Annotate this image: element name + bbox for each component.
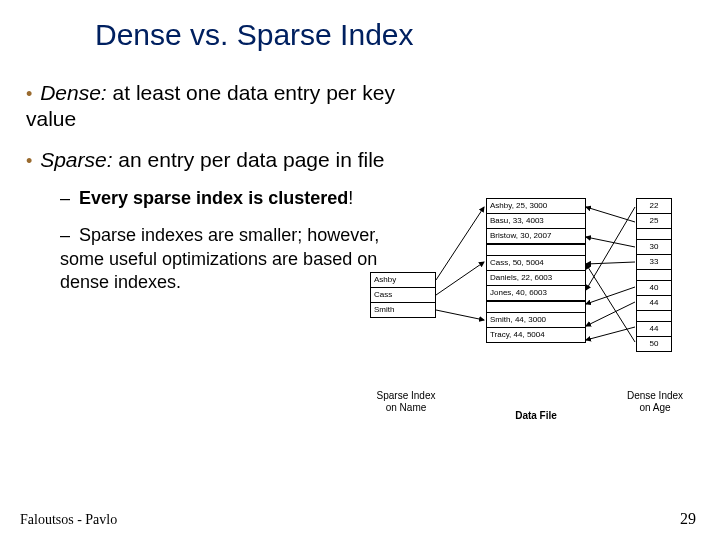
list-item: Ashby bbox=[371, 273, 435, 288]
svg-line-1 bbox=[436, 262, 484, 295]
bullet-list: • Dense: at least one data entry per key… bbox=[26, 80, 406, 294]
dense-label: Dense Index on Age bbox=[620, 390, 690, 414]
page-gap bbox=[487, 244, 585, 256]
bullet-dot-icon: • bbox=[26, 84, 32, 104]
list-item: Cass, 50, 5004 bbox=[487, 256, 585, 271]
dash-icon: – bbox=[60, 188, 70, 208]
sparse-term: Sparse: bbox=[40, 148, 112, 171]
page-number: 29 bbox=[680, 510, 696, 528]
list-item: Basu, 33, 4003 bbox=[487, 214, 585, 229]
sub-bullet-2: – Sparse indexes are smaller; however, s… bbox=[60, 224, 406, 294]
dense-term: Dense: bbox=[40, 81, 107, 104]
svg-line-4 bbox=[586, 207, 635, 222]
dense-index-box: 22 25 30 33 40 44 44 50 bbox=[636, 198, 672, 352]
list-item: 40 bbox=[637, 281, 671, 296]
svg-line-2 bbox=[436, 310, 484, 320]
list-item: Smith bbox=[371, 303, 435, 317]
svg-line-7 bbox=[586, 287, 635, 304]
sub-bullet-1: – Every sparse index is clustered! bbox=[60, 187, 406, 210]
page-gap bbox=[637, 270, 671, 281]
sub1-strong: clustered bbox=[268, 188, 348, 208]
sub2-text: Sparse indexes are smaller; however, som… bbox=[60, 225, 379, 292]
dash-icon: – bbox=[60, 225, 70, 245]
svg-line-0 bbox=[436, 207, 484, 280]
svg-line-3 bbox=[586, 207, 635, 290]
slide-title: Dense vs. Sparse Index bbox=[95, 18, 414, 52]
sparse-index-box: Ashby Cass Smith bbox=[370, 272, 436, 318]
svg-line-6 bbox=[586, 262, 635, 264]
svg-line-10 bbox=[586, 264, 635, 342]
bullet-dense: • Dense: at least one data entry per key… bbox=[26, 80, 406, 133]
sub1-pre: Every sparse index is bbox=[79, 188, 268, 208]
data-file-label: Data File bbox=[496, 410, 576, 422]
list-item: Jones, 40, 6003 bbox=[487, 286, 585, 301]
bullet-sparse: • Sparse: an entry per data page in file bbox=[26, 147, 406, 173]
bullet-dot-icon: • bbox=[26, 151, 32, 171]
page-gap bbox=[637, 229, 671, 240]
sparse-text: an entry per data page in file bbox=[113, 148, 385, 171]
data-file-box: Ashby, 25, 3000 Basu, 33, 4003 Bristow, … bbox=[486, 198, 586, 343]
list-item: 22 bbox=[637, 199, 671, 214]
list-item: 44 bbox=[637, 322, 671, 337]
list-item: Daniels, 22, 6003 bbox=[487, 271, 585, 286]
page-gap bbox=[637, 311, 671, 322]
list-item: 30 bbox=[637, 240, 671, 255]
sub1-post: ! bbox=[348, 188, 353, 208]
footer-credit: Faloutsos - Pavlo bbox=[20, 512, 117, 528]
page-gap bbox=[487, 301, 585, 313]
list-item: Ashby, 25, 3000 bbox=[487, 199, 585, 214]
list-item: 50 bbox=[637, 337, 671, 351]
list-item: Smith, 44, 3000 bbox=[487, 313, 585, 328]
list-item: 33 bbox=[637, 255, 671, 270]
svg-line-9 bbox=[586, 327, 635, 340]
list-item: 44 bbox=[637, 296, 671, 311]
sparse-label: Sparse Index on Name bbox=[370, 390, 442, 414]
list-item: Bristow, 30, 2007 bbox=[487, 229, 585, 244]
list-item: 25 bbox=[637, 214, 671, 229]
list-item: Tracy, 44, 5004 bbox=[487, 328, 585, 342]
list-item: Cass bbox=[371, 288, 435, 303]
svg-line-8 bbox=[586, 302, 635, 326]
svg-line-5 bbox=[586, 237, 635, 247]
